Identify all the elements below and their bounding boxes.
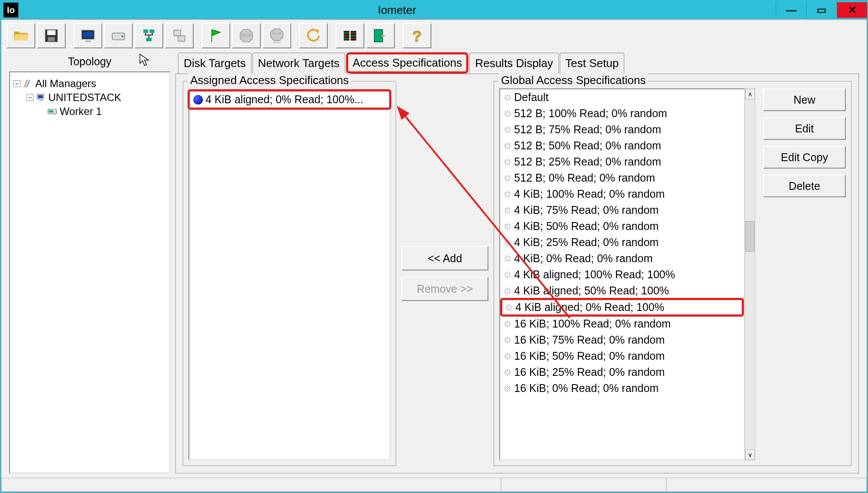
global-spec-item[interactable]: 4 KiB aligned; 0% Read; 100% xyxy=(500,298,744,317)
tree-root[interactable]: − All Managers xyxy=(13,77,166,91)
assigned-specs-list[interactable]: 4 KiB aligned; 0% Read; 100%... xyxy=(188,90,390,460)
tree-worker[interactable]: Worker 1 xyxy=(13,105,166,118)
scrollbar[interactable]: ∧ ∨ xyxy=(745,88,755,460)
remove-button[interactable]: Remove >> xyxy=(401,277,488,301)
edit-copy-button[interactable]: Edit Copy xyxy=(763,146,846,169)
edit-button[interactable]: Edit xyxy=(763,117,846,140)
svg-line-87 xyxy=(505,208,506,209)
add-button[interactable]: << Add xyxy=(401,246,488,270)
svg-line-56 xyxy=(508,147,510,148)
global-spec-item[interactable]: 4 KiB; 50% Read; 0% random xyxy=(500,218,744,234)
svg-line-145 xyxy=(508,321,510,323)
client-area: STOP STOPALL ? Topology xyxy=(1,19,867,492)
svg-line-120 xyxy=(508,276,510,277)
global-spec-label: 4 KiB; 25% Read; 0% random xyxy=(514,236,659,249)
status-cell-3 xyxy=(666,478,867,492)
scroll-track[interactable] xyxy=(745,99,755,449)
delete-button[interactable]: Delete xyxy=(763,175,846,197)
results-button[interactable] xyxy=(336,23,364,48)
global-spec-item[interactable]: 512 B; 0% Read; 0% random xyxy=(500,170,744,186)
global-spec-item[interactable]: 16 KiB; 50% Read; 0% random xyxy=(500,348,744,364)
svg-line-111 xyxy=(505,256,506,257)
global-spec-label: 4 KiB; 50% Read; 0% random xyxy=(514,220,659,233)
svg-line-74 xyxy=(505,179,506,180)
maximize-button[interactable]: ▭ xyxy=(806,2,837,18)
spec-burst-icon xyxy=(504,352,511,360)
spec-burst-icon xyxy=(504,126,511,134)
open-icon xyxy=(13,27,29,44)
disk-button[interactable] xyxy=(104,23,133,48)
exit-button[interactable] xyxy=(366,23,395,48)
spec-marker-icon xyxy=(193,95,203,105)
tree-manager-label: UNITEDSTACK xyxy=(48,91,121,104)
global-spec-item[interactable]: 512 B; 75% Read; 0% random xyxy=(500,122,744,138)
assigned-spec-item[interactable]: 4 KiB aligned; 0% Read; 100%... xyxy=(188,89,391,110)
svg-line-105 xyxy=(508,240,510,241)
copy-worker-button[interactable] xyxy=(165,23,194,48)
svg-line-178 xyxy=(505,389,506,391)
scroll-thumb[interactable] xyxy=(745,221,755,252)
stop-all-button[interactable]: STOPALL xyxy=(262,23,291,48)
svg-line-112 xyxy=(508,260,510,261)
minimize-button[interactable]: — xyxy=(776,2,806,18)
iometer-window: Io Iometer — ▭ ✕ STOP STOPALL xyxy=(1,1,867,492)
stop-button[interactable]: STOP xyxy=(232,23,261,48)
exit-icon xyxy=(372,27,389,44)
global-spec-item[interactable]: 4 KiB; 0% Read; 0% random xyxy=(500,250,744,267)
expander-icon[interactable]: − xyxy=(27,94,34,101)
svg-line-82 xyxy=(505,195,506,196)
global-specs-list[interactable]: Default512 B; 100% Read; 0% random512 B;… xyxy=(499,88,745,460)
tab-network-targets[interactable]: Network Targets xyxy=(252,53,345,74)
svg-line-138 xyxy=(506,308,508,310)
tab-access-specifications[interactable]: Access Specifications xyxy=(346,52,468,74)
global-spec-label: 16 KiB; 25% Read; 0% random xyxy=(514,366,665,378)
global-spec-item[interactable]: 4 KiB; 25% Read; 0% random xyxy=(500,234,744,250)
global-spec-item[interactable]: 512 B; 50% Read; 0% random xyxy=(500,138,744,154)
global-spec-item[interactable]: 16 KiB; 100% Read; 0% random xyxy=(500,316,744,332)
global-legend: Global Access Specifications xyxy=(498,74,648,87)
global-spec-item[interactable]: 16 KiB; 0% Read; 0% random xyxy=(500,380,744,396)
global-spec-label: 512 B; 0% Read; 0% random xyxy=(514,172,655,184)
svg-line-103 xyxy=(505,240,506,241)
tree-manager[interactable]: − UNITEDSTACK xyxy=(13,91,166,105)
scroll-down-icon[interactable]: ∨ xyxy=(745,449,755,460)
window-title: Iometer xyxy=(18,3,776,17)
spec-burst-icon xyxy=(504,158,511,166)
new-button[interactable]: New xyxy=(763,88,846,111)
global-spec-label: 16 KiB; 100% Read; 0% random xyxy=(514,317,671,330)
open-button[interactable] xyxy=(7,23,35,48)
global-spec-item[interactable]: 16 KiB; 25% Read; 0% random xyxy=(500,364,744,380)
svg-rect-24 xyxy=(39,100,43,101)
svg-line-113 xyxy=(508,256,510,257)
display-button[interactable] xyxy=(74,23,102,48)
global-spec-item[interactable]: 512 B; 25% Read; 0% random xyxy=(500,154,744,170)
tab-results-display[interactable]: Results Display xyxy=(469,53,558,74)
global-spec-label: 16 KiB; 0% Read; 0% random xyxy=(514,382,659,395)
topology-tree[interactable]: − All Managers − UNITEDSTACK Worker 1 xyxy=(9,71,170,473)
global-spec-item[interactable]: 512 B; 100% Read; 0% random xyxy=(500,105,744,122)
tab-disk-targets[interactable]: Disk Targets xyxy=(178,53,252,74)
close-button[interactable]: ✕ xyxy=(837,2,867,18)
svg-line-48 xyxy=(508,131,510,132)
spec-burst-icon xyxy=(504,336,511,344)
save-button[interactable] xyxy=(37,23,66,48)
svg-line-167 xyxy=(505,370,506,371)
help-button[interactable]: ? xyxy=(403,23,431,48)
scroll-up-icon[interactable]: ∧ xyxy=(745,89,755,99)
reset-button[interactable] xyxy=(299,23,328,48)
tab-test-setup[interactable]: Test Setup xyxy=(560,53,625,74)
global-spec-item[interactable]: 4 KiB; 75% Read; 0% random xyxy=(500,202,744,218)
status-cell-2 xyxy=(501,478,666,492)
global-spec-label: 16 KiB; 50% Read; 0% random xyxy=(514,350,665,362)
expander-icon[interactable]: − xyxy=(13,80,20,87)
svg-line-162 xyxy=(505,357,506,358)
global-spec-item[interactable]: 16 KiB; 75% Read; 0% random xyxy=(500,332,744,348)
svg-line-49 xyxy=(508,127,510,128)
svg-line-161 xyxy=(508,354,510,355)
global-spec-item[interactable]: 4 KiB aligned; 50% Read; 100% xyxy=(500,283,744,299)
network-button[interactable] xyxy=(135,23,163,48)
start-button[interactable] xyxy=(202,23,230,48)
global-spec-item[interactable]: 4 KiB aligned; 100% Read; 100% xyxy=(500,267,744,283)
global-spec-item[interactable]: Default xyxy=(500,89,744,105)
global-spec-item[interactable]: 4 KiB; 100% Read; 0% random xyxy=(500,186,744,202)
